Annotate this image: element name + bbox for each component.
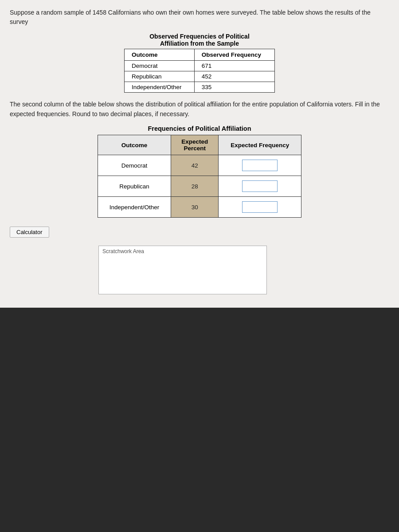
freq-col1-header: Outcome [98,135,171,155]
scratchwork-container: Scratchwork Area [98,246,389,294]
percent-cell: 42 [171,155,219,176]
freq-col2-header: Expected Percent [171,135,219,155]
table1-title: Observed Frequencies of Political Affili… [149,33,250,47]
democrat-expected-input[interactable] [242,160,278,171]
second-paragraph: The second column of the table below sho… [10,100,389,119]
outcome-cell: Democrat [125,61,195,71]
percent-cell: 28 [171,176,219,197]
expected-freq-cell [219,176,301,197]
table2-title: Frequencies of Political Affiliation [148,125,251,132]
republican-expected-input[interactable] [242,180,278,192]
page-content: Suppose a random sample of 1458 Californ… [0,0,399,308]
outcome-cell: Independent/Other [125,82,195,93]
expected-freq-cell [219,197,301,218]
observed-col2-header: Observed Frequency [194,49,274,61]
outcome-cell: Republican [125,71,195,82]
frequency-cell: 671 [194,61,274,71]
frequency-cell: 452 [194,71,274,82]
outcome-cell: Democrat [98,155,171,176]
freq-table: Outcome Expected Percent Expected Freque… [98,135,301,218]
scratchwork-label: Scratchwork Area [102,248,144,254]
table-row: Independent/Other 335 [125,82,275,93]
table-row: Democrat 671 [125,61,275,71]
frequency-cell: 335 [194,82,274,93]
observed-col1-header: Outcome [125,49,195,61]
outcome-cell: Republican [98,176,171,197]
calculator-button[interactable]: Calculator [10,227,49,238]
observed-table: Outcome Observed Frequency Democrat 671 … [124,49,275,93]
table-row: Democrat 42 [98,155,301,176]
percent-cell: 30 [171,197,219,218]
table-row: Republican 28 [98,176,301,197]
expected-freq-cell [219,155,301,176]
dark-background [0,308,399,532]
freq-col3-header: Expected Frequency [219,135,301,155]
outcome-cell: Independent/Other [98,197,171,218]
observed-table-container: Observed Frequencies of Political Affili… [10,33,389,93]
scratchwork-box[interactable]: Scratchwork Area [98,246,267,294]
intro-paragraph: Suppose a random sample of 1458 Californ… [10,8,389,27]
table-row: Republican 452 [125,71,275,82]
freq-table-container: Frequencies of Political Affiliation Out… [10,125,389,218]
independent-expected-input[interactable] [242,201,278,213]
table-row: Independent/Other 30 [98,197,301,218]
